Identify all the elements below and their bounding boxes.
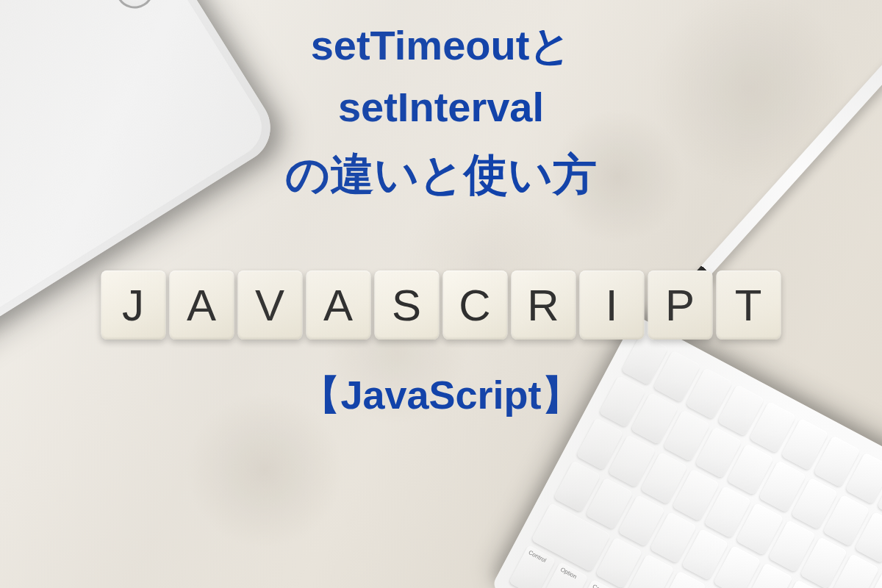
tile: R bbox=[512, 270, 576, 340]
home-button-icon bbox=[108, 0, 161, 15]
control-key: Control bbox=[509, 545, 556, 588]
tile: T bbox=[717, 270, 781, 340]
tile: S bbox=[375, 270, 440, 340]
title-line-3: の違いと使い方 bbox=[0, 153, 882, 197]
tile: A bbox=[170, 270, 234, 340]
tile: J bbox=[101, 270, 166, 340]
title-line-4: 【JavaScript】 bbox=[0, 375, 882, 415]
letter-tiles-row: J A V A S C R I P T bbox=[101, 270, 781, 340]
tile: P bbox=[648, 270, 713, 340]
keyboard-grid: ControlOptionCommand bbox=[509, 333, 882, 588]
title-line-2: setInterval bbox=[0, 87, 882, 128]
tile: C bbox=[443, 270, 508, 340]
tile: A bbox=[306, 270, 371, 340]
scene-root: ControlOptionCommand J A V A S C R I P T… bbox=[0, 0, 882, 588]
keyboard-device: ControlOptionCommand bbox=[491, 315, 882, 588]
tile: V bbox=[238, 270, 303, 340]
tile: I bbox=[580, 270, 645, 340]
title-line-1: setTimeoutと bbox=[0, 25, 882, 66]
